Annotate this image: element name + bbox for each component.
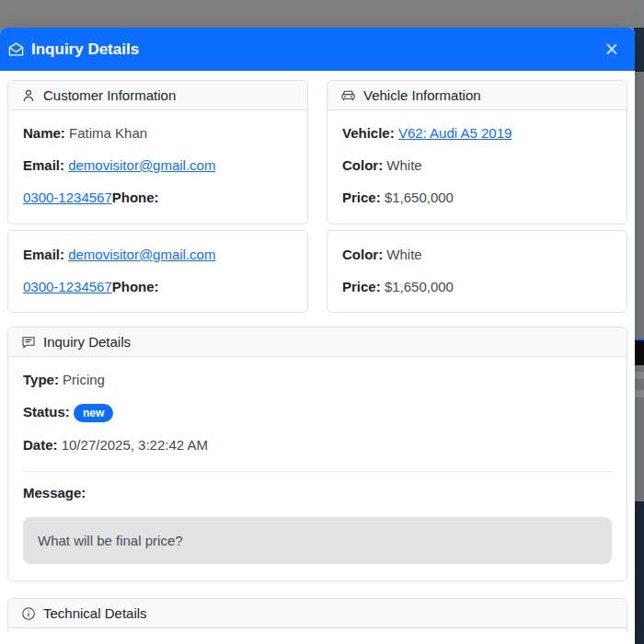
chat-text-icon bbox=[21, 335, 36, 350]
envelope-open-icon bbox=[7, 40, 25, 58]
customer-name-row: Name: Fatima Khan bbox=[23, 125, 293, 143]
vehicle-info-header: Vehicle Information bbox=[328, 81, 627, 110]
customer-info-card: Customer Information Name: Fatima Khan E… bbox=[7, 80, 308, 224]
customer-email-row: Email: demovisitor@gmail.com bbox=[23, 247, 293, 264]
inquiry-status-row: Status: new bbox=[23, 404, 612, 422]
customer-email-link[interactable]: demovisitor@gmail.com bbox=[68, 157, 215, 173]
vehicle-link[interactable]: V62: Audi A5 2019 bbox=[398, 125, 512, 141]
vehicle-row: Vehicle: V62: Audi A5 2019 bbox=[342, 125, 612, 143]
divider bbox=[23, 471, 612, 472]
customer-phone-row: 0300-1234567Phone: bbox=[23, 279, 293, 296]
inquiry-details-modal: Inquiry Details × Customer Information bbox=[0, 28, 635, 644]
backdrop-text-fragment bbox=[634, 390, 644, 397]
customer-email-link[interactable]: demovisitor@gmail.com bbox=[68, 247, 215, 262]
vehicle-color-row: Color: White bbox=[342, 157, 612, 175]
status-badge: new bbox=[74, 404, 113, 422]
backdrop-text-fragment bbox=[634, 372, 644, 379]
vehicle-info-card: Vehicle Information Vehicle: V62: Audi A… bbox=[327, 80, 627, 224]
close-icon[interactable]: × bbox=[603, 38, 620, 61]
customer-extra-card: Email: demovisitor@gmail.com 0300-123456… bbox=[7, 230, 308, 314]
customer-info-title: Customer Information bbox=[43, 87, 176, 103]
inquiry-type-row: Type: Pricing bbox=[23, 372, 612, 389]
technical-details-card: Technical Details bbox=[7, 598, 627, 632]
car-front-icon bbox=[340, 87, 356, 103]
vehicle-info-title: Vehicle Information bbox=[363, 87, 481, 103]
inquiry-details-header: Inquiry Details bbox=[8, 328, 627, 357]
person-icon bbox=[21, 88, 36, 103]
message-label-row: Message: bbox=[23, 485, 612, 502]
inquiry-details-title: Inquiry Details bbox=[43, 334, 131, 350]
technical-details-header: Technical Details bbox=[8, 599, 627, 628]
modal-title-text: Inquiry Details bbox=[31, 40, 139, 59]
vehicle-color-row: Color: White bbox=[342, 247, 612, 264]
modal-body: Customer Information Name: Fatima Khan E… bbox=[0, 71, 635, 632]
customer-info-header: Customer Information bbox=[8, 81, 307, 110]
message-box: What will be final price? bbox=[23, 517, 612, 564]
customer-phone-link[interactable]: 0300-1234567 bbox=[23, 279, 112, 294]
customer-email-row: Email: demovisitor@gmail.com bbox=[23, 157, 293, 175]
backdrop-card-fragment bbox=[634, 339, 644, 365]
backdrop bbox=[634, 0, 644, 644]
backdrop-footer-fragment bbox=[634, 501, 644, 644]
modal-title: Inquiry Details bbox=[7, 40, 139, 59]
customer-phone-row: 0300-1234567Phone: bbox=[23, 190, 293, 207]
info-circle-icon bbox=[21, 606, 36, 621]
vehicle-extra-card: Color: White Price: $1,650,000 bbox=[327, 230, 627, 314]
vehicle-price-row: Price: $1,650,000 bbox=[342, 190, 612, 207]
customer-phone-link[interactable]: 0300-1234567 bbox=[23, 190, 112, 205]
technical-details-title: Technical Details bbox=[43, 605, 147, 621]
modal-header: Inquiry Details × bbox=[0, 28, 635, 71]
vehicle-price-row: Price: $1,650,000 bbox=[342, 279, 612, 296]
inquiry-date-row: Date: 10/27/2025, 3:22:42 AM bbox=[23, 437, 612, 454]
backdrop-navbar-fragment bbox=[634, 28, 644, 72]
inquiry-details-card: Inquiry Details Type: Pricing Status: ne… bbox=[7, 327, 627, 581]
